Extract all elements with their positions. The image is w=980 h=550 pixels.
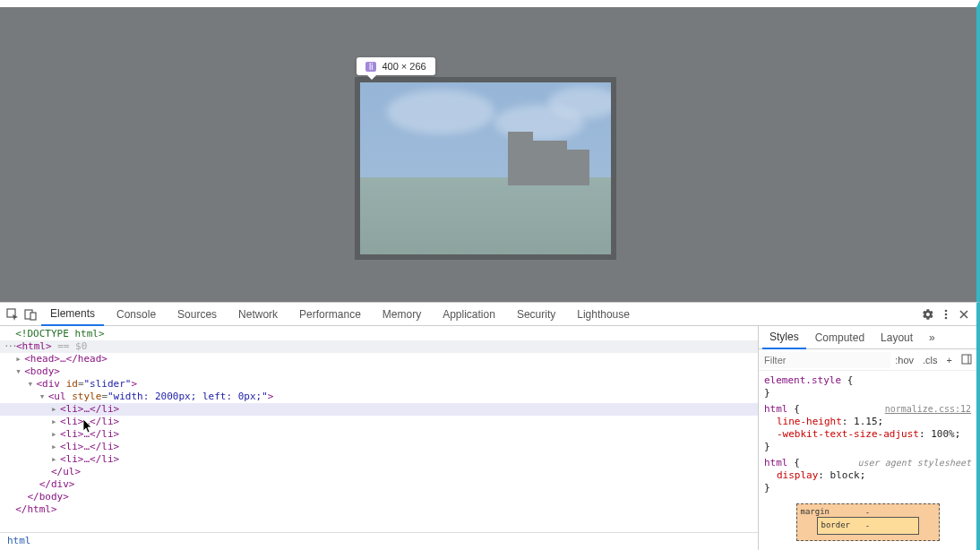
styles-tabs: Styles Computed Layout » [759,326,976,349]
dom-line[interactable]: ▸<head>…</head> [0,353,758,365]
tab-layout[interactable]: Layout [873,327,920,348]
tooltip-tag: li [365,62,376,72]
slider-image [360,82,611,254]
css-rule[interactable]: html {user agent stylesheet display: blo… [764,457,971,494]
css-rule[interactable]: html {normalize.css:12 line-height: 1.15… [764,403,971,453]
styles-filter-input[interactable] [759,352,890,368]
breadcrumb[interactable]: html [0,532,758,550]
tab-more-icon[interactable]: » [922,327,942,348]
kebab-menu-icon[interactable] [939,307,953,322]
dom-line[interactable]: </body> [0,491,758,503]
dom-line[interactable]: ▸<li>…</li> [0,416,758,428]
tab-memory[interactable]: Memory [374,304,430,325]
source-link[interactable]: normalize.css:12 [885,403,971,416]
inspect-element-icon[interactable] [5,307,20,322]
styles-filter-bar: :hov .cls + [759,349,976,371]
slider-preview[interactable] [355,77,616,260]
tab-elements[interactable]: Elements [41,303,104,326]
source-ua: user agent stylesheet [858,457,971,469]
dom-line[interactable]: ▸<li>…</li> [0,428,758,441]
tab-application[interactable]: Application [434,304,504,325]
styles-pane: Styles Computed Layout » :hov .cls + ele… [758,326,976,550]
devtools-panel: Elements Console Sources Network Perform… [0,302,980,550]
inspect-highlight-overlay [360,82,611,254]
dom-line[interactable]: </ul> [0,466,758,478]
tab-computed[interactable]: Computed [808,327,872,348]
tab-lighthouse[interactable]: Lighthouse [568,304,639,325]
svg-rect-2 [30,313,36,320]
hov-toggle[interactable]: :hov [890,355,918,365]
dom-line[interactable]: ▾<ul style="width: 2000px; left: 0px;"> [0,391,758,403]
svg-point-4 [945,313,948,315]
tab-styles[interactable]: Styles [762,326,806,349]
tooltip-dimensions: 400 × 266 [382,61,426,72]
tab-security[interactable]: Security [508,304,564,325]
svg-rect-6 [962,355,971,364]
tab-network[interactable]: Network [229,304,287,325]
tab-performance[interactable]: Performance [290,304,370,325]
page-viewport: li 400 × 266 [0,0,980,302]
device-toolbar-icon[interactable] [23,307,38,322]
dom-line[interactable]: ▾<div id="slider"> [0,378,758,391]
cls-toggle[interactable]: .cls [918,355,942,365]
inspect-tooltip: li 400 × 266 [357,57,435,75]
css-rule[interactable]: element.style { } [764,374,971,400]
box-model[interactable]: margin - border - [764,498,971,546]
styles-sidebar-icon[interactable] [957,354,976,366]
dom-line[interactable]: ▾<body> [0,365,758,378]
dom-line[interactable]: ···<html> == $0 [0,340,758,353]
devtools-tabs: Elements Console Sources Network Perform… [0,303,976,326]
dom-line[interactable]: ▸<li>…</li> [0,441,758,453]
dom-tree[interactable]: <!DOCTYPE html> ···<html> == $0 ▸<head>…… [0,326,758,532]
tab-console[interactable]: Console [107,304,165,325]
dom-line[interactable]: </div> [0,478,758,491]
svg-point-5 [945,316,948,319]
dom-line[interactable]: ▸<li>…</li> [0,453,758,466]
gear-icon[interactable] [921,307,935,322]
new-rule-icon[interactable]: + [942,355,957,365]
dom-line[interactable]: </html> [0,503,758,516]
tab-sources[interactable]: Sources [168,304,226,325]
styles-rules[interactable]: element.style { } html {normalize.css:12… [759,371,976,550]
svg-point-3 [945,309,948,312]
close-icon[interactable] [957,307,971,322]
dom-line-selected[interactable]: ▸<li>…</li> [0,403,758,416]
dom-line[interactable]: <!DOCTYPE html> [0,328,758,340]
dom-pane: <!DOCTYPE html> ···<html> == $0 ▸<head>…… [0,326,758,550]
